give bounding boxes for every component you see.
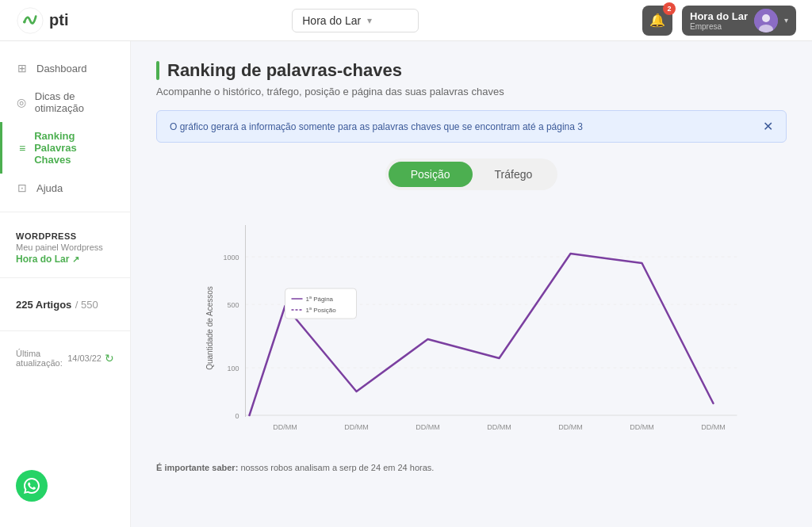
topbar: pti Hora do Lar ▾ 🔔 2 Hora do Lar Empres… — [0, 0, 812, 41]
chevron-down-icon: ▾ — [784, 16, 788, 25]
svg-text:Quantidade de Acessos: Quantidade de Acessos — [205, 286, 214, 370]
sidebar-divider-2 — [0, 277, 130, 278]
footer-bold: É importante saber: — [156, 463, 238, 472]
svg-text:1ª Posição: 1ª Posição — [306, 307, 337, 314]
info-banner: O gráfico gerará a informação somente pa… — [156, 110, 787, 143]
wordpress-link[interactable]: Hora do Lar ↗ — [16, 254, 114, 265]
wordpress-sub: Meu painel Wordpress — [16, 242, 114, 252]
svg-text:1ª Página: 1ª Página — [306, 296, 334, 303]
svg-text:DD/MM: DD/MM — [344, 423, 369, 431]
page-subtitle: Acompanhe o histórico, tráfego, posição … — [156, 86, 787, 97]
layout: ⊞ Dashboard ◎ Dicas de otimização ≡ Rank… — [0, 41, 812, 527]
topbar-center: Hora do Lar ▾ — [292, 9, 419, 32]
svg-text:DD/MM: DD/MM — [701, 423, 726, 431]
sidebar-item-ranking[interactable]: ≡ Ranking Palavras Chaves — [0, 122, 130, 174]
update-label: Última atualização: — [16, 349, 64, 368]
info-banner-text: O gráfico gerará a informação somente pa… — [170, 121, 583, 132]
svg-text:DD/MM: DD/MM — [487, 423, 511, 431]
sidebar-item-label: Dashboard — [36, 63, 87, 74]
page-title: Ranking de palavras-chaves — [156, 60, 787, 81]
svg-point-1 — [23, 21, 26, 24]
sidebar-item-label: Dicas de otimização — [35, 90, 114, 114]
sidebar-item-label: Ajuda — [36, 182, 63, 194]
chart-container: Quantidade de Acessos 0 100 500 1000 DD/… — [156, 209, 787, 450]
close-icon[interactable]: ✕ — [763, 119, 773, 134]
dropdown-label: Hora do Lar — [302, 14, 361, 27]
svg-point-3 — [762, 14, 770, 22]
whatsapp-button[interactable] — [16, 470, 48, 502]
ranking-icon: ≡ — [18, 142, 26, 155]
main-content: Ranking de palavras-chaves Acompanhe o h… — [131, 41, 812, 527]
notification-badge: 2 — [663, 2, 676, 15]
avatar — [754, 9, 778, 32]
notification-button[interactable]: 🔔 2 — [642, 6, 672, 36]
articles-count: 225 Artigos — [16, 299, 71, 311]
sidebar-item-label: Ranking Palavras Chaves — [34, 130, 114, 166]
last-update: Última atualização: 14/03/22 ↻ — [0, 346, 130, 371]
footer-text: nossos robos analisam a serp de 24 em 24… — [240, 463, 434, 472]
sidebar-item-dashboard[interactable]: ⊞ Dashboard — [0, 54, 130, 82]
sidebar-item-help[interactable]: ⊡ Ajuda — [0, 174, 130, 202]
articles-total: / 550 — [75, 299, 98, 311]
svg-text:100: 100 — [227, 365, 239, 372]
view-toggle-group: Posição Tráfego — [385, 158, 558, 190]
topbar-right: 🔔 2 Hora do Lar Empresa ▾ — [642, 6, 796, 36]
external-link-icon: ↗ — [72, 254, 79, 265]
svg-text:DD/MM: DD/MM — [416, 423, 440, 431]
update-date: 14/03/22 — [67, 353, 102, 363]
svg-text:DD/MM: DD/MM — [558, 423, 583, 431]
help-icon: ⊡ — [16, 181, 29, 194]
toggle-position-button[interactable]: Posição — [389, 162, 473, 187]
logo: pti — [16, 6, 68, 35]
sidebar-divider-3 — [0, 330, 130, 331]
footer-note: É importante saber: nossos robos analisa… — [156, 463, 787, 472]
user-role: Empresa — [690, 22, 748, 31]
svg-text:500: 500 — [227, 301, 239, 309]
bell-icon: 🔔 — [649, 13, 665, 28]
articles-stats: 225 Artigos / 550 — [0, 288, 130, 321]
chevron-down-icon: ▾ — [367, 15, 372, 26]
svg-text:0: 0 — [235, 412, 239, 420]
user-info: Hora do Lar Empresa — [690, 10, 748, 31]
title-accent — [156, 61, 159, 80]
user-profile-button[interactable]: Hora do Lar Empresa ▾ — [682, 6, 796, 36]
tips-icon: ◎ — [16, 96, 27, 109]
whatsapp-section — [0, 457, 130, 514]
sidebar-item-tips[interactable]: ◎ Dicas de otimização — [0, 82, 130, 122]
chart: Quantidade de Acessos 0 100 500 1000 DD/… — [164, 209, 787, 447]
svg-text:DD/MM: DD/MM — [630, 423, 654, 431]
svg-rect-22 — [285, 288, 357, 319]
toggle-traffic-button[interactable]: Tráfego — [473, 162, 555, 187]
wordpress-link-text: Hora do Lar — [16, 254, 69, 265]
wordpress-section: WORDPRESS Meu painel Wordpress Hora do L… — [0, 222, 130, 268]
page-title-text: Ranking de palavras-chaves — [167, 60, 402, 81]
dashboard-icon: ⊞ — [16, 62, 29, 74]
company-dropdown[interactable]: Hora do Lar ▾ — [292, 9, 419, 32]
user-name: Hora do Lar — [690, 10, 748, 22]
wordpress-title: WORDPRESS — [16, 231, 114, 241]
svg-text:DD/MM: DD/MM — [273, 423, 297, 431]
logo-text: pti — [49, 11, 68, 29]
sidebar-divider — [0, 212, 130, 212]
refresh-icon[interactable]: ↻ — [105, 352, 114, 365]
svg-text:1000: 1000 — [223, 254, 239, 262]
sidebar: ⊞ Dashboard ◎ Dicas de otimização ≡ Rank… — [0, 41, 131, 527]
